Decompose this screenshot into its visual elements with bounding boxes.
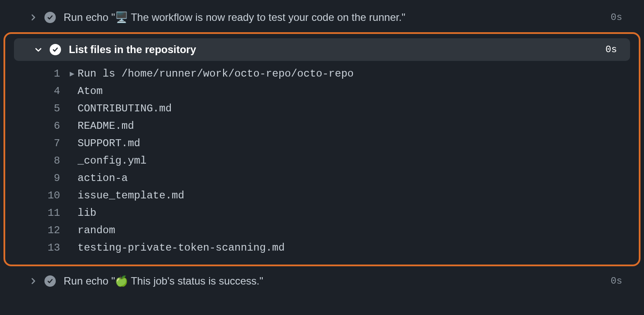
log-line: 9action-a: [18, 170, 626, 187]
workflow-step-row[interactable]: List files in the repository 0s: [14, 38, 630, 61]
check-circle-icon: [44, 275, 56, 287]
chevron-right-icon: [28, 276, 38, 286]
log-line-text: SUPPORT.md: [78, 135, 140, 152]
log-line-text: issue_template.md: [78, 187, 184, 204]
log-line-number: 7: [18, 135, 70, 152]
log-line-text: README.md: [78, 117, 134, 135]
triangle-right-icon: ▶: [70, 65, 78, 83]
step-duration: 0s: [606, 44, 617, 55]
check-circle-icon: [44, 12, 56, 23]
log-line-number: 13: [18, 239, 70, 257]
spacer: [70, 222, 78, 239]
log-line-text: action-a: [78, 170, 128, 187]
log-line: 13testing-private-token-scanning.md: [18, 239, 626, 257]
log-line: 5CONTRIBUTING.md: [18, 100, 626, 117]
step-title: Run echo "🖥️ The workflow is now ready t…: [64, 11, 604, 23]
log-line-number: 6: [18, 117, 70, 135]
spacer: [70, 100, 78, 117]
step-duration: 0s: [611, 276, 622, 287]
log-line-text: random: [78, 222, 115, 239]
log-line-number: 9: [18, 170, 70, 187]
log-line-number: 8: [18, 152, 70, 170]
log-line-number: 11: [18, 204, 70, 222]
workflow-step-row[interactable]: Run echo "🖥️ The workflow is now ready t…: [9, 6, 635, 29]
log-line-number: 1: [18, 65, 70, 83]
log-line-text: testing-private-token-scanning.md: [78, 239, 285, 257]
chevron-right-icon: [28, 12, 38, 23]
check-circle-icon: [50, 44, 61, 55]
spacer: [70, 135, 78, 152]
log-line: 8_config.yml: [18, 152, 626, 170]
log-line-number: 4: [18, 83, 70, 100]
log-line-text: _config.yml: [78, 152, 146, 170]
step-title: List files in the repository: [69, 44, 599, 56]
step-title: Run echo "🍏 This job's status is success…: [64, 275, 604, 287]
step-log-output: 1 ▶ Run ls /home/runner/work/octo-repo/o…: [5, 63, 639, 257]
spacer: [70, 187, 78, 204]
log-line: 12random: [18, 222, 626, 239]
spacer: [70, 170, 78, 187]
spacer: [70, 117, 78, 135]
spacer: [70, 204, 78, 222]
log-line-number: 12: [18, 222, 70, 239]
spacer: [70, 152, 78, 170]
log-line-number: 5: [18, 100, 70, 117]
log-line-text: Run ls /home/runner/work/octo-repo/octo-…: [78, 65, 354, 83]
log-line-text: CONTRIBUTING.md: [78, 100, 172, 117]
spacer: [70, 83, 78, 100]
log-line: 7SUPPORT.md: [18, 135, 626, 152]
log-line-text: Atom: [78, 83, 103, 100]
log-command-row[interactable]: 1 ▶ Run ls /home/runner/work/octo-repo/o…: [18, 65, 626, 83]
spacer: [70, 239, 78, 257]
log-line: 6README.md: [18, 117, 626, 135]
log-line: 10issue_template.md: [18, 187, 626, 204]
log-line-text: lib: [78, 204, 96, 222]
chevron-down-icon: [33, 44, 44, 55]
log-line: 11lib: [18, 204, 626, 222]
highlight-annotation: List files in the repository 0s 1 ▶ Run …: [3, 32, 641, 266]
step-duration: 0s: [611, 12, 622, 23]
workflow-step-row[interactable]: Run echo "🍏 This job's status is success…: [9, 270, 635, 292]
log-line: 4Atom: [18, 83, 626, 100]
log-line-number: 10: [18, 187, 70, 204]
